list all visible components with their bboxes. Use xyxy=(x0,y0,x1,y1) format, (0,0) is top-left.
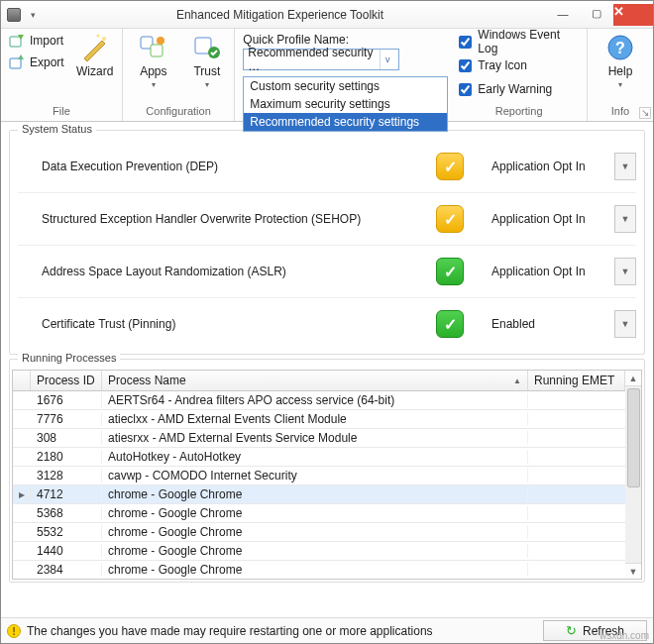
table-row[interactable]: 5368chrome - Google Chrome xyxy=(13,504,625,523)
quick-profile-option-recommended[interactable]: Recommended security settings xyxy=(244,113,447,131)
process-name-cell: chrome - Google Chrome xyxy=(102,563,528,577)
status-row: Certificate Trust (Pinning)✓Enabled▼ xyxy=(18,298,636,350)
svg-text:?: ? xyxy=(615,40,625,56)
ribbon-group-info: ? Help ▾ Info ↘ xyxy=(588,29,653,121)
title-bar: ▾ Enhanced Mitigation Experience Toolkit… xyxy=(1,1,653,29)
running-emet-column-header[interactable]: Running EMET xyxy=(528,371,625,390)
process-name-cell: atieclxx - AMD External Events Client Mo… xyxy=(102,412,528,426)
pid-cell: 1440 xyxy=(31,544,102,558)
early-warning-checkbox[interactable]: Early Warning xyxy=(459,80,579,98)
quick-access-dropdown-icon[interactable]: ▾ xyxy=(31,10,36,20)
scroll-up-icon[interactable]: ▲ xyxy=(625,371,641,386)
import-label: Import xyxy=(30,34,63,48)
status-name: Data Execution Prevention (DEP) xyxy=(42,160,428,173)
help-button[interactable]: ? Help ▾ xyxy=(598,33,643,89)
vertical-scrollbar[interactable]: ▲ ▼ xyxy=(625,370,642,580)
refresh-icon: ↻ xyxy=(566,623,577,638)
table-row[interactable]: 1676AERTSr64 - Andrea filters APO access… xyxy=(13,391,625,410)
svg-point-6 xyxy=(157,37,164,45)
pid-cell: 7776 xyxy=(31,412,102,426)
wizard-label: Wizard xyxy=(76,64,113,78)
checkbox-icon[interactable] xyxy=(459,83,472,96)
sort-ascending-icon: ▲ xyxy=(513,376,521,385)
status-dropdown-button[interactable]: ▼ xyxy=(614,153,636,180)
pid-cell: 308 xyxy=(31,431,102,445)
export-button[interactable]: Export xyxy=(9,54,64,70)
table-row[interactable]: 1440chrome - Google Chrome xyxy=(13,542,625,561)
wizard-icon xyxy=(80,33,110,62)
pid-cell: 5532 xyxy=(31,525,102,539)
info-group-label: Info xyxy=(596,103,645,119)
table-row[interactable]: 5532chrome - Google Chrome xyxy=(13,523,625,542)
scroll-thumb[interactable] xyxy=(627,388,640,487)
chevron-down-icon: ▾ xyxy=(205,80,209,89)
row-indicator: ▸ xyxy=(13,487,31,501)
system-status-legend: System Status xyxy=(18,123,96,135)
quick-profile-label: Quick Profile Name: xyxy=(243,33,399,47)
status-dropdown-button[interactable]: ▼ xyxy=(614,205,636,233)
process-name-cell: chrome - Google Chrome xyxy=(102,525,528,539)
row-indicator-header xyxy=(13,371,31,390)
status-check-icon: ✓ xyxy=(436,205,464,233)
import-icon xyxy=(9,33,25,49)
trust-icon xyxy=(192,33,222,62)
checkbox-icon[interactable] xyxy=(459,36,472,49)
trust-button[interactable]: Trust ▾ xyxy=(184,33,230,89)
status-check-icon: ✓ xyxy=(436,258,464,285)
watermark-text: wsxdn.com xyxy=(600,630,649,641)
chevron-down-icon: ▾ xyxy=(618,80,622,89)
process-name-cell: chrome - Google Chrome xyxy=(102,506,528,520)
process-name-cell: AutoHotkey - AutoHotkey xyxy=(102,450,528,464)
status-name: Certificate Trust (Pinning) xyxy=(42,317,428,331)
process-grid: Process ID Process Name ▲ Running EMET 1… xyxy=(12,370,625,580)
running-processes-legend: Running Processes xyxy=(18,352,120,364)
checkbox-icon[interactable] xyxy=(459,59,472,72)
quick-profile-dropdown[interactable]: Recommended security … v xyxy=(243,49,399,70)
status-bar: ! The changes you have made may require … xyxy=(1,617,653,643)
export-icon xyxy=(9,54,25,70)
warning-icon: ! xyxy=(7,624,21,638)
process-name-cell: AERTSr64 - Andrea filters APO access ser… xyxy=(102,393,528,407)
export-label: Export xyxy=(30,55,64,69)
table-row[interactable]: 308atiesrxx - AMD External Events Servic… xyxy=(13,429,625,448)
table-row[interactable]: 2180AutoHotkey - AutoHotkey xyxy=(13,448,625,467)
status-dropdown-button[interactable]: ▼ xyxy=(614,310,636,338)
table-row[interactable]: ▸4712chrome - Google Chrome xyxy=(13,485,625,504)
table-row[interactable]: 2384chrome - Google Chrome xyxy=(13,561,625,580)
windows-event-log-checkbox[interactable]: Windows Event Log xyxy=(459,33,579,51)
status-check-icon: ✓ xyxy=(436,310,464,338)
system-status-panel: System Status Data Execution Prevention … xyxy=(9,130,645,355)
status-value: Application Opt In xyxy=(472,212,606,226)
table-row[interactable]: 7776atieclxx - AMD External Events Clien… xyxy=(13,410,625,429)
scroll-down-icon[interactable]: ▼ xyxy=(625,563,641,579)
pid-column-header[interactable]: Process ID xyxy=(31,371,102,390)
running-processes-panel: Running Processes Process ID Process Nam… xyxy=(9,359,645,583)
maximize-button[interactable]: ▢ xyxy=(580,3,613,25)
close-button[interactable]: ✕ xyxy=(613,4,653,26)
svg-rect-0 xyxy=(10,37,21,47)
reporting-group-label: Reporting xyxy=(459,103,579,119)
dialog-launcher-icon[interactable]: ↘ xyxy=(639,107,651,119)
window-controls: — ▢ ✕ xyxy=(546,4,653,26)
status-name: Address Space Layout Randomization (ASLR… xyxy=(42,265,428,278)
wizard-button[interactable]: Wizard xyxy=(72,33,118,78)
minimize-button[interactable]: — xyxy=(546,3,580,25)
pid-cell: 5368 xyxy=(31,506,102,520)
quick-profile-option-custom[interactable]: Custom security settings xyxy=(244,77,447,95)
status-row: Address Space Layout Randomization (ASLR… xyxy=(18,246,636,298)
app-icon xyxy=(7,8,21,22)
process-name-column-header[interactable]: Process Name ▲ xyxy=(102,371,528,390)
svg-rect-1 xyxy=(10,58,21,68)
svg-point-3 xyxy=(96,35,99,38)
apps-button[interactable]: Apps ▾ xyxy=(131,33,176,89)
status-dropdown-button[interactable]: ▼ xyxy=(614,258,636,285)
ribbon-group-configuration: Apps ▾ Trust ▾ Configuration xyxy=(123,29,235,121)
trust-label: Trust xyxy=(193,64,220,78)
import-button[interactable]: Import xyxy=(9,33,64,49)
process-name-cell: chrome - Google Chrome xyxy=(102,544,528,558)
apps-icon xyxy=(139,33,168,62)
quick-profile-option-maximum[interactable]: Maximum security settings xyxy=(244,95,447,113)
tray-icon-checkbox[interactable]: Tray Icon xyxy=(459,56,579,74)
table-row[interactable]: 3128cavwp - COMODO Internet Security xyxy=(13,467,625,485)
status-row: Data Execution Prevention (DEP)✓Applicat… xyxy=(18,141,636,193)
